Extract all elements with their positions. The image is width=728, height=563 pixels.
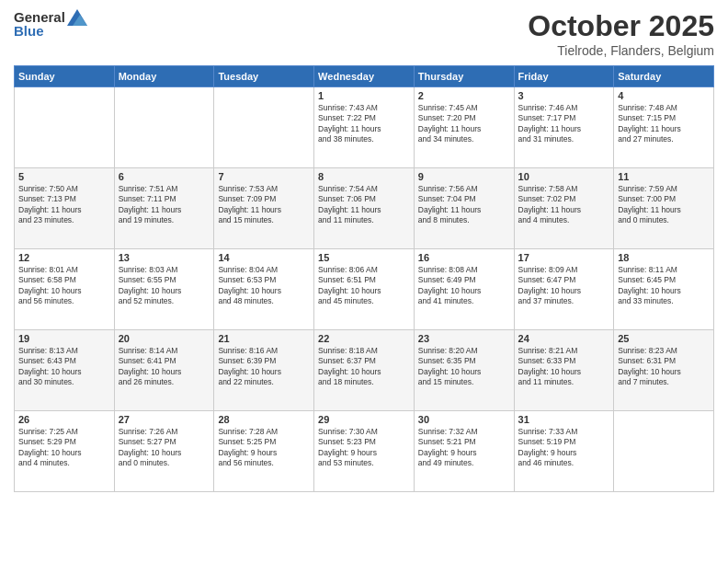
week-row-5: 26Sunrise: 7:25 AM Sunset: 5:29 PM Dayli…: [15, 411, 714, 492]
day-number: 15: [318, 252, 410, 263]
weekday-header-row: SundayMondayTuesdayWednesdayThursdayFrid…: [15, 66, 714, 87]
day-info: Sunrise: 8:14 AM Sunset: 6:41 PM Dayligh…: [119, 346, 210, 388]
day-info: Sunrise: 7:48 AM Sunset: 7:15 PM Dayligh…: [618, 103, 710, 145]
day-cell: 27Sunrise: 7:26 AM Sunset: 5:27 PM Dayli…: [114, 411, 214, 492]
day-cell: 5Sunrise: 7:50 AM Sunset: 7:13 PM Daylig…: [15, 168, 115, 249]
day-number: 17: [518, 252, 610, 263]
location: Tielrode, Flanders, Belgium: [528, 43, 714, 58]
day-info: Sunrise: 7:32 AM Sunset: 5:21 PM Dayligh…: [418, 427, 510, 469]
day-number: 19: [18, 333, 110, 344]
day-info: Sunrise: 7:46 AM Sunset: 7:17 PM Dayligh…: [518, 103, 610, 145]
day-info: Sunrise: 7:25 AM Sunset: 5:29 PM Dayligh…: [18, 427, 110, 469]
day-number: 25: [618, 333, 710, 344]
day-info: Sunrise: 7:53 AM Sunset: 7:09 PM Dayligh…: [218, 184, 310, 226]
day-info: Sunrise: 8:18 AM Sunset: 6:37 PM Dayligh…: [318, 346, 410, 388]
day-cell: [614, 411, 714, 492]
day-cell: 1Sunrise: 7:43 AM Sunset: 7:22 PM Daylig…: [314, 87, 415, 168]
day-cell: 12Sunrise: 8:01 AM Sunset: 6:58 PM Dayli…: [15, 249, 115, 330]
day-number: 3: [518, 90, 610, 101]
day-cell: 2Sunrise: 7:45 AM Sunset: 7:20 PM Daylig…: [414, 87, 514, 168]
day-cell: 19Sunrise: 8:13 AM Sunset: 6:43 PM Dayli…: [15, 330, 115, 411]
weekday-header-saturday: Saturday: [614, 66, 714, 87]
day-info: Sunrise: 8:08 AM Sunset: 6:49 PM Dayligh…: [418, 265, 510, 307]
day-number: 30: [418, 414, 510, 425]
day-cell: 29Sunrise: 7:30 AM Sunset: 5:23 PM Dayli…: [314, 411, 415, 492]
day-cell: [114, 87, 214, 168]
day-number: 4: [618, 90, 710, 101]
month-title: October 2025: [528, 9, 714, 43]
day-cell: 21Sunrise: 8:16 AM Sunset: 6:39 PM Dayli…: [214, 330, 314, 411]
day-number: 16: [418, 252, 510, 263]
day-info: Sunrise: 7:28 AM Sunset: 5:25 PM Dayligh…: [218, 427, 310, 469]
day-info: Sunrise: 7:50 AM Sunset: 7:13 PM Dayligh…: [18, 184, 110, 226]
day-info: Sunrise: 7:30 AM Sunset: 5:23 PM Dayligh…: [318, 427, 410, 469]
day-number: 23: [418, 333, 510, 344]
day-info: Sunrise: 8:13 AM Sunset: 6:43 PM Dayligh…: [18, 346, 110, 388]
day-number: 24: [518, 333, 610, 344]
day-number: 6: [119, 171, 210, 182]
day-cell: 6Sunrise: 7:51 AM Sunset: 7:11 PM Daylig…: [114, 168, 214, 249]
day-number: 21: [218, 333, 310, 344]
day-number: 12: [18, 252, 110, 263]
day-info: Sunrise: 8:16 AM Sunset: 6:39 PM Dayligh…: [218, 346, 310, 388]
day-cell: 15Sunrise: 8:06 AM Sunset: 6:51 PM Dayli…: [314, 249, 415, 330]
page: General Blue October 2025 Tielrode, Flan…: [0, 0, 728, 563]
day-info: Sunrise: 8:06 AM Sunset: 6:51 PM Dayligh…: [318, 265, 410, 307]
week-row-1: 1Sunrise: 7:43 AM Sunset: 7:22 PM Daylig…: [15, 87, 714, 168]
day-info: Sunrise: 8:03 AM Sunset: 6:55 PM Dayligh…: [119, 265, 210, 307]
weekday-header-monday: Monday: [114, 66, 214, 87]
day-number: 10: [518, 171, 610, 182]
day-number: 2: [418, 90, 510, 101]
day-number: 8: [318, 171, 410, 182]
day-cell: 25Sunrise: 8:23 AM Sunset: 6:31 PM Dayli…: [614, 330, 714, 411]
day-info: Sunrise: 8:09 AM Sunset: 6:47 PM Dayligh…: [518, 265, 610, 307]
day-cell: 8Sunrise: 7:54 AM Sunset: 7:06 PM Daylig…: [314, 168, 415, 249]
day-cell: 26Sunrise: 7:25 AM Sunset: 5:29 PM Dayli…: [15, 411, 115, 492]
day-cell: 16Sunrise: 8:08 AM Sunset: 6:49 PM Dayli…: [414, 249, 514, 330]
day-number: 27: [119, 414, 210, 425]
title-area: October 2025 Tielrode, Flanders, Belgium: [528, 9, 714, 58]
day-info: Sunrise: 7:43 AM Sunset: 7:22 PM Dayligh…: [318, 103, 410, 145]
day-info: Sunrise: 7:51 AM Sunset: 7:11 PM Dayligh…: [119, 184, 210, 226]
day-number: 31: [518, 414, 610, 425]
day-info: Sunrise: 8:21 AM Sunset: 6:33 PM Dayligh…: [518, 346, 610, 388]
day-cell: 17Sunrise: 8:09 AM Sunset: 6:47 PM Dayli…: [514, 249, 614, 330]
day-info: Sunrise: 7:56 AM Sunset: 7:04 PM Dayligh…: [418, 184, 510, 226]
day-cell: 3Sunrise: 7:46 AM Sunset: 7:17 PM Daylig…: [514, 87, 614, 168]
day-info: Sunrise: 8:23 AM Sunset: 6:31 PM Dayligh…: [618, 346, 710, 388]
day-info: Sunrise: 8:20 AM Sunset: 6:35 PM Dayligh…: [418, 346, 510, 388]
day-cell: 28Sunrise: 7:28 AM Sunset: 5:25 PM Dayli…: [214, 411, 314, 492]
day-info: Sunrise: 8:04 AM Sunset: 6:53 PM Dayligh…: [218, 265, 310, 307]
day-cell: 14Sunrise: 8:04 AM Sunset: 6:53 PM Dayli…: [214, 249, 314, 330]
day-cell: 23Sunrise: 8:20 AM Sunset: 6:35 PM Dayli…: [414, 330, 514, 411]
day-number: 9: [418, 171, 510, 182]
day-cell: 11Sunrise: 7:59 AM Sunset: 7:00 PM Dayli…: [614, 168, 714, 249]
day-number: 18: [618, 252, 710, 263]
day-info: Sunrise: 7:45 AM Sunset: 7:20 PM Dayligh…: [418, 103, 510, 145]
weekday-header-thursday: Thursday: [414, 66, 514, 87]
day-number: 13: [119, 252, 210, 263]
calendar-table: SundayMondayTuesdayWednesdayThursdayFrid…: [14, 65, 714, 492]
week-row-2: 5Sunrise: 7:50 AM Sunset: 7:13 PM Daylig…: [15, 168, 714, 249]
day-info: Sunrise: 7:26 AM Sunset: 5:27 PM Dayligh…: [119, 427, 210, 469]
day-cell: 7Sunrise: 7:53 AM Sunset: 7:09 PM Daylig…: [214, 168, 314, 249]
day-info: Sunrise: 7:58 AM Sunset: 7:02 PM Dayligh…: [518, 184, 610, 226]
day-info: Sunrise: 7:33 AM Sunset: 5:19 PM Dayligh…: [518, 427, 610, 469]
day-cell: 31Sunrise: 7:33 AM Sunset: 5:19 PM Dayli…: [514, 411, 614, 492]
day-number: 20: [119, 333, 210, 344]
logo-blue-text: Blue: [14, 24, 87, 40]
day-cell: 13Sunrise: 8:03 AM Sunset: 6:55 PM Dayli…: [114, 249, 214, 330]
day-cell: 18Sunrise: 8:11 AM Sunset: 6:45 PM Dayli…: [614, 249, 714, 330]
day-number: 26: [18, 414, 110, 425]
day-cell: 4Sunrise: 7:48 AM Sunset: 7:15 PM Daylig…: [614, 87, 714, 168]
weekday-header-sunday: Sunday: [15, 66, 115, 87]
day-info: Sunrise: 8:01 AM Sunset: 6:58 PM Dayligh…: [18, 265, 110, 307]
day-number: 28: [218, 414, 310, 425]
day-number: 7: [218, 171, 310, 182]
day-cell: 10Sunrise: 7:58 AM Sunset: 7:02 PM Dayli…: [514, 168, 614, 249]
day-cell: 20Sunrise: 8:14 AM Sunset: 6:41 PM Dayli…: [114, 330, 214, 411]
day-info: Sunrise: 7:59 AM Sunset: 7:00 PM Dayligh…: [618, 184, 710, 226]
day-number: 14: [218, 252, 310, 263]
day-number: 11: [618, 171, 710, 182]
day-number: 22: [318, 333, 410, 344]
